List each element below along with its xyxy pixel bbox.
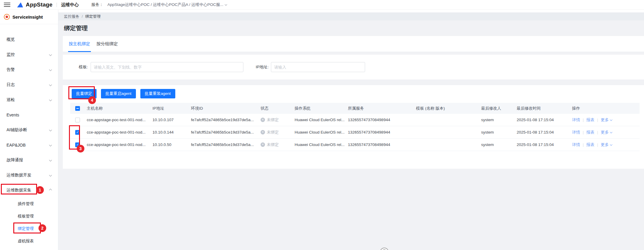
binding-table: 主机名称IP地址环境ID状态操作系统所属服务模板 (名称 版本)最后修改人最后修… [70,103,640,151]
sidebar-item-overview[interactable]: 概览 [0,32,58,47]
action-link-details[interactable]: 详情 [572,142,580,147]
chevron-icon [49,68,52,71]
sidebar-item-label: 故障通报 [7,158,23,163]
sidebar-item-alerts[interactable]: 告警 [0,62,58,77]
sidebar-item-vm-report[interactable]: 虚机报表 [0,235,58,247]
row-checkbox-cell [70,118,85,122]
chevron-icon [49,159,52,162]
action-link-details[interactable]: 详情 [572,130,580,134]
column-header: 环境ID [189,106,259,111]
table-header-row: 主机名称IP地址环境ID状态操作系统所属服务模板 (名称 版本)最后修改人最后修… [70,103,640,114]
sidebar-item-fault-report[interactable]: 故障通报 [0,152,58,168]
row-checkbox-cell: ✓ [70,130,85,135]
cell-os: Huawei Cloud EulerOS rel... [293,118,346,122]
sidebar-item-binding-management[interactable]: 绑定管理 [0,223,58,235]
breadcrumb-current: 绑定管理 [85,14,101,19]
tab-by-host[interactable]: 按主机绑定 [68,36,91,52]
sidebar-item-template-management[interactable]: 模板管理 [0,210,58,223]
column-header: 操作 [570,106,640,111]
sidebar-item-events[interactable]: Events [0,107,58,122]
row-checkbox[interactable]: ✓ [75,142,80,147]
cell-service: 1326557473708498944 [346,130,414,134]
chevron-icon [49,144,52,147]
sidebar-item-logs[interactable]: 日志 [0,77,58,92]
status-text: 未绑定 [267,142,279,147]
action-link-details[interactable]: 详情 [572,118,580,122]
sidebar-product-header: ServiceInsight [0,10,58,24]
cell-actions: 详情|报表|更多 [570,117,640,123]
batch-restart-agent-button[interactable]: 批量重启agent [101,89,136,98]
column-header: 最后修改时间 [515,106,570,111]
status-unbound-icon: ✕ [261,142,265,147]
sidebar-item-om-data-collection[interactable]: 运维数据采集 [0,183,58,198]
action-link-report[interactable]: 报表 [587,130,595,134]
column-header: 操作系统 [293,106,346,111]
chevron-down-icon [610,143,612,145]
page-title: 绑定管理 [58,23,88,33]
cell-env_id: fe7afcff52a74865b5ce19d37de5a... [189,130,259,134]
sidebar-menu: 概览 监控 告警 日志 巡检 Events AI辅助诊断 EAP&JOB 故障通… [0,24,58,247]
breadcrumb-separator: / [82,14,83,19]
chevron-icon [49,98,52,101]
template-filter-input[interactable] [91,62,243,72]
row-checkbox[interactable]: ✓ [75,130,80,135]
service-path-selector[interactable]: AppStage运维中心POC / 运维中心POC产品A / 运维中心POC服.… [107,2,224,7]
batch-reinstall-agent-button[interactable]: 批量重装agent [140,89,175,98]
toolbar: 批量绑定批量重启agent批量重装agent [72,89,644,98]
status-text: 未绑定 [267,130,279,135]
serviceinsight-icon [4,14,10,20]
cell-status: ✕未绑定 [259,130,293,135]
sidebar-item-ai-diagnosis[interactable]: AI辅助诊断 [0,122,58,137]
action-separator: | [583,130,584,134]
breadcrumb-parent[interactable]: 监控服务 [64,14,79,19]
cell-modified_time: 2025-01-08 17:15:04 [515,130,570,134]
sidebar-item-monitoring[interactable]: 监控 [0,47,58,62]
status-text: 未绑定 [267,117,279,123]
action-link-more[interactable]: 更多 [601,130,612,134]
batch-bind-button[interactable]: 批量绑定 [72,89,97,98]
chevron-down-icon [610,131,612,133]
action-link-more[interactable]: 更多 [601,118,612,122]
top-gap-strip [58,10,644,12]
action-link-report[interactable]: 报表 [587,142,595,147]
status-unbound-icon: ✕ [261,118,265,122]
cell-env_id: fe7afcff52a74865b5ce19d37de5a... [189,142,259,147]
action-link-report[interactable]: 报表 [587,118,595,122]
cell-ip: 10.10.0.50 [151,142,189,147]
sidebar-item-om-data-dev[interactable]: 运维数据开发 [0,168,58,183]
column-header: IP地址 [151,106,189,111]
status-unbound-icon: ✕ [261,130,265,134]
hamburger-menu-icon[interactable] [4,3,10,7]
sidebar-item-eap-job[interactable]: EAP&JOB [0,137,58,152]
table-body: cce-appstage-poc-test-001-nod...10.10.0.… [70,114,640,151]
sidebar-item-label: 日志 [7,82,15,87]
sidebar-item-plugin-management[interactable]: 插件管理 [0,198,58,210]
sidebar-item-label: 监控 [7,52,15,57]
sidebar-item-label: EAP&JOB [7,143,26,147]
sidebar: ServiceInsight 概览 监控 告警 日志 巡检 Events AI辅… [0,10,58,250]
sidebar-item-label: AI辅助诊断 [7,127,27,133]
sidebar-item-label: 模板管理 [18,214,34,219]
ip-filter-input[interactable] [271,62,365,72]
sidebar-item-label: 运维数据采集 [7,188,31,193]
cell-service: 1326557473708498944 [346,118,414,122]
chevron-icon [49,53,52,56]
row-checkbox[interactable] [75,118,80,122]
cell-modified_time: 2025-01-08 17:15:04 [515,142,570,147]
chevron-icon [49,189,52,192]
action-link-more[interactable]: 更多 [601,142,612,147]
tabs-card: 按主机绑定按分组绑定 [63,36,644,52]
cell-modified_by: system [479,118,515,122]
chevron-icon [49,129,52,132]
sidebar-item-label: 插件管理 [18,201,34,207]
cell-service: 1326557473708498944 [346,142,414,147]
sidebar-item-inspection[interactable]: 巡检 [0,92,58,107]
table-row: ✓cce-appstage-poc-test-001-nod...10.10.0… [70,126,640,139]
select-all-checkbox[interactable] [75,106,80,111]
tab-by-group[interactable]: 按分组绑定 [96,36,119,52]
table-card: 批量绑定批量重启agent批量重装agent 主机名称IP地址环境ID状态操作系… [63,85,644,169]
action-separator: | [583,142,584,147]
table-row: ✓cce-appstage-poc-test-001-nod...10.10.0… [70,139,640,151]
cell-modified_time: 2025-01-08 17:15:04 [515,118,570,122]
sidebar-item-label: Events [7,113,19,117]
